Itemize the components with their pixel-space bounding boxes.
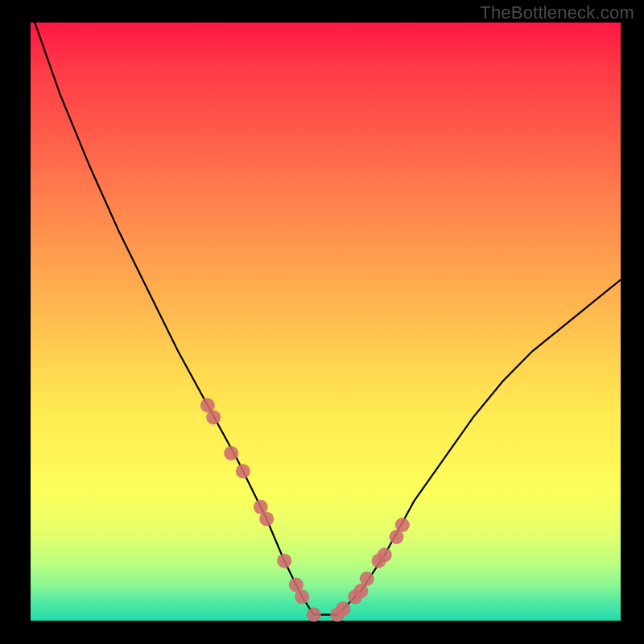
scatter-point (395, 518, 410, 532)
scatter-point (360, 572, 374, 586)
curve-layer (31, 23, 621, 621)
scatter-point (236, 464, 250, 478)
chart-frame: TheBottleneck.com (0, 0, 644, 644)
scatter-group (200, 398, 410, 622)
scatter-point (206, 410, 221, 424)
scatter-point (224, 446, 238, 460)
bottleneck-curve-path (31, 10, 621, 615)
watermark-label: TheBottleneck.com (480, 2, 634, 23)
scatter-point (295, 589, 309, 604)
scatter-point (378, 547, 392, 562)
plot-area (31, 23, 621, 621)
scatter-point (259, 512, 274, 526)
scatter-point (277, 554, 291, 568)
scatter-point (307, 608, 321, 622)
scatter-point (336, 601, 351, 616)
